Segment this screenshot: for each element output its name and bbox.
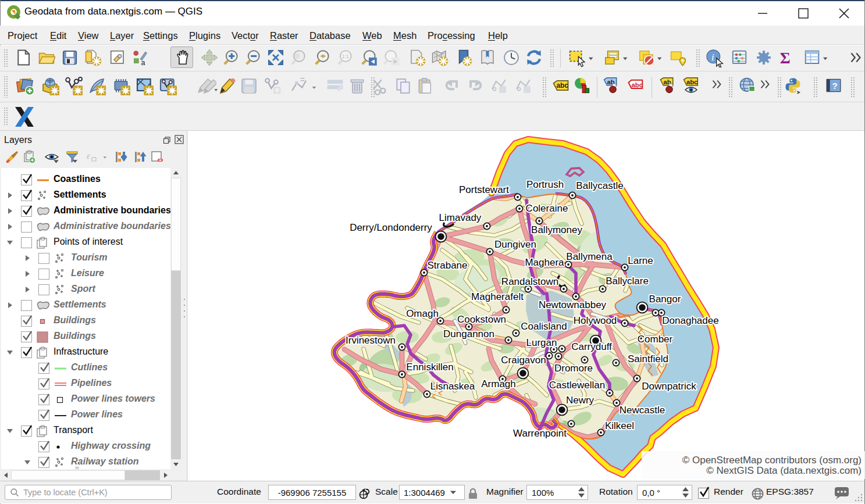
svg-text:Ballymoney: Ballymoney (531, 224, 582, 235)
svg-text:© NextGIS Data (data.nextgis.c: © NextGIS Data (data.nextgis.com) (706, 465, 862, 476)
svg-text:Portstewart: Portstewart (459, 184, 509, 195)
svg-text:?: ? (832, 81, 838, 91)
svg-text:Limavady: Limavady (439, 212, 482, 223)
svg-text:Derry/Londonderry: Derry/Londonderry (350, 222, 432, 233)
svg-text:Newry: Newry (566, 395, 595, 406)
svg-text:Larne: Larne (628, 255, 653, 266)
svg-text:Ballycastle: Ballycastle (576, 180, 623, 191)
svg-text:Holywood: Holywood (574, 315, 617, 326)
svg-text:Maghera: Maghera (525, 257, 564, 268)
svg-text:Enniskillen: Enniskillen (406, 362, 453, 373)
svg-text:Omagh: Omagh (406, 308, 439, 319)
svg-text:Kilkeel: Kilkeel (605, 420, 634, 431)
svg-text:Carryduff: Carryduff (571, 341, 612, 352)
svg-text:Randalstown: Randalstown (501, 276, 558, 287)
svg-text:Dungiven: Dungiven (494, 239, 536, 250)
svg-text:Newtownabbey: Newtownabbey (539, 299, 607, 310)
svg-text:Castlewellan: Castlewellan (549, 380, 605, 391)
svg-text:Cookstown: Cookstown (457, 314, 506, 325)
svg-text:abc: abc (686, 78, 697, 85)
svg-text:1:1: 1:1 (341, 53, 348, 59)
svg-text:Craigavon: Craigavon (501, 355, 546, 366)
svg-text:Portrush: Portrush (526, 179, 564, 190)
svg-text:Armagh: Armagh (481, 378, 516, 389)
svg-text:Bangor: Bangor (649, 294, 681, 305)
svg-text:Dungannon: Dungannon (443, 328, 494, 339)
svg-text:Saintfield: Saintfield (628, 353, 668, 364)
svg-text:Comber: Comber (638, 334, 673, 345)
svg-text:Warrenpoint: Warrenpoint (513, 428, 567, 439)
svg-text:i: i (711, 52, 714, 63)
svg-text:Donaghadee: Donaghadee (662, 315, 718, 326)
svg-text:Coleraine: Coleraine (526, 203, 568, 214)
svg-text:Ballymena: Ballymena (566, 251, 613, 262)
svg-text:© OpenStreetMap contributors (: © OpenStreetMap contributors (osm.org) (682, 455, 862, 466)
svg-text:Downpatrick: Downpatrick (642, 381, 696, 392)
svg-text:a: a (141, 59, 145, 67)
svg-text:Dromore: Dromore (554, 363, 593, 374)
svg-text:Irvinestown: Irvinestown (346, 335, 396, 346)
svg-text:Ballyclare: Ballyclare (606, 276, 649, 287)
svg-text:Strabane: Strabane (428, 260, 468, 271)
svg-text:Σ: Σ (780, 49, 791, 66)
svg-text:Lurgan: Lurgan (526, 337, 557, 348)
svg-text:Newcastle: Newcastle (620, 405, 665, 416)
svg-text:ε: ε (87, 152, 90, 160)
svg-text:Coalisland: Coalisland (521, 321, 567, 332)
svg-text:Lisnaskea: Lisnaskea (430, 381, 475, 392)
svg-text:abc: abc (557, 81, 569, 90)
svg-text:Magherafelt: Magherafelt (471, 291, 524, 302)
svg-text:abc: abc (632, 81, 643, 88)
